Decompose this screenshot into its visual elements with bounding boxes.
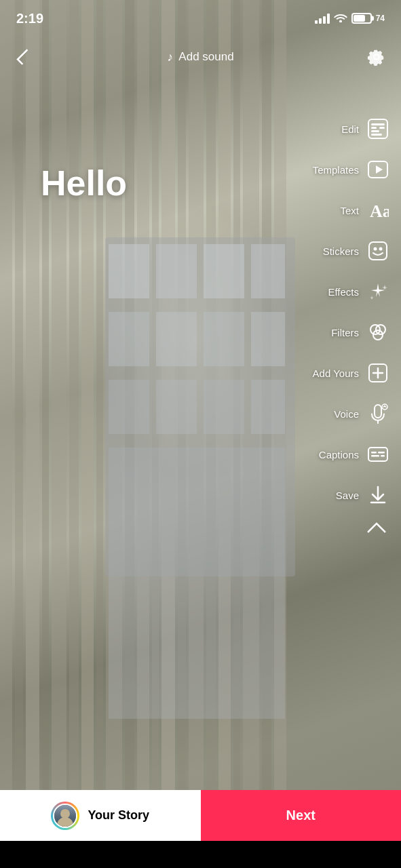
gear-icon <box>367 47 386 66</box>
svg-marker-7 <box>376 165 383 174</box>
wifi-icon <box>334 12 347 25</box>
svg-rect-20 <box>368 448 387 461</box>
hello-text: Hello <box>41 163 127 203</box>
chevron-up-icon <box>367 522 386 541</box>
stickers-icon <box>366 239 390 263</box>
captions-label: Captions <box>319 449 359 460</box>
text-label: Text <box>340 205 359 216</box>
templates-tool[interactable]: Templates <box>309 149 394 190</box>
svg-rect-2 <box>379 127 385 129</box>
captions-tool[interactable]: Captions <box>315 434 394 475</box>
filters-icon <box>366 320 390 344</box>
effects-label: Effects <box>328 286 359 298</box>
filters-label: Filters <box>331 327 359 338</box>
avatar <box>53 804 77 828</box>
filters-tool[interactable]: Filters <box>327 312 394 353</box>
signal-icon <box>315 13 330 24</box>
avatar-ring <box>51 802 79 830</box>
captions-icon <box>366 442 390 467</box>
add-yours-icon <box>366 361 390 385</box>
svg-rect-22 <box>378 452 385 454</box>
add-yours-tool[interactable]: Add Yours <box>309 353 394 393</box>
back-chevron-icon <box>16 49 33 65</box>
svg-text:Aa: Aa <box>370 201 389 221</box>
svg-rect-23 <box>371 455 379 457</box>
save-icon <box>366 483 390 507</box>
your-story-button[interactable]: Your Story <box>0 790 201 841</box>
voice-tool[interactable]: Voice <box>330 393 394 434</box>
svg-rect-4 <box>371 130 379 132</box>
save-tool[interactable]: Save <box>332 475 394 515</box>
svg-point-10 <box>374 248 377 251</box>
svg-rect-9 <box>369 242 387 260</box>
add-yours-label: Add Yours <box>313 368 359 379</box>
svg-point-11 <box>379 248 383 251</box>
collapse-button[interactable] <box>363 518 390 545</box>
home-indicator <box>160 859 242 863</box>
edit-label: Edit <box>341 123 359 135</box>
settings-button[interactable] <box>363 43 390 71</box>
save-label: Save <box>336 490 359 501</box>
add-sound-button[interactable]: ♪ Add sound <box>167 50 233 64</box>
text-icon: Aa <box>366 198 390 222</box>
stickers-label: Stickers <box>323 245 359 257</box>
svg-rect-5 <box>371 134 382 136</box>
your-story-label: Your Story <box>88 808 149 823</box>
templates-icon <box>366 157 390 182</box>
back-button[interactable] <box>11 43 38 71</box>
svg-rect-3 <box>371 123 385 125</box>
svg-rect-21 <box>371 452 377 454</box>
edit-tool[interactable]: Edit <box>333 108 394 149</box>
next-button[interactable]: Next <box>201 790 402 841</box>
status-icons: 74 <box>315 12 385 25</box>
effects-icon <box>366 279 390 304</box>
add-sound-label: Add sound <box>178 50 233 64</box>
svg-rect-1 <box>371 127 377 129</box>
templates-label: Templates <box>313 164 359 176</box>
edit-icon <box>366 117 390 141</box>
stickers-tool[interactable]: Stickers <box>319 231 394 271</box>
next-label: Next <box>286 808 316 823</box>
status-time: 2:19 <box>16 11 43 26</box>
header: ♪ Add sound <box>0 37 401 77</box>
svg-rect-24 <box>381 455 385 457</box>
effects-tool[interactable]: Effects <box>324 271 394 312</box>
text-tool[interactable]: Text Aa <box>333 190 394 231</box>
voice-label: Voice <box>334 408 359 420</box>
avatar-image <box>54 805 76 827</box>
svg-point-19 <box>382 404 387 410</box>
right-tools-panel: Edit Templates Text Aa <box>309 108 394 545</box>
voice-icon <box>366 401 390 426</box>
bottom-bar: Your Story Next <box>0 790 401 868</box>
battery-icon: 74 <box>351 13 385 24</box>
status-bar: 2:19 74 <box>0 0 401 37</box>
svg-point-14 <box>373 330 383 340</box>
music-note-icon: ♪ <box>167 50 173 64</box>
